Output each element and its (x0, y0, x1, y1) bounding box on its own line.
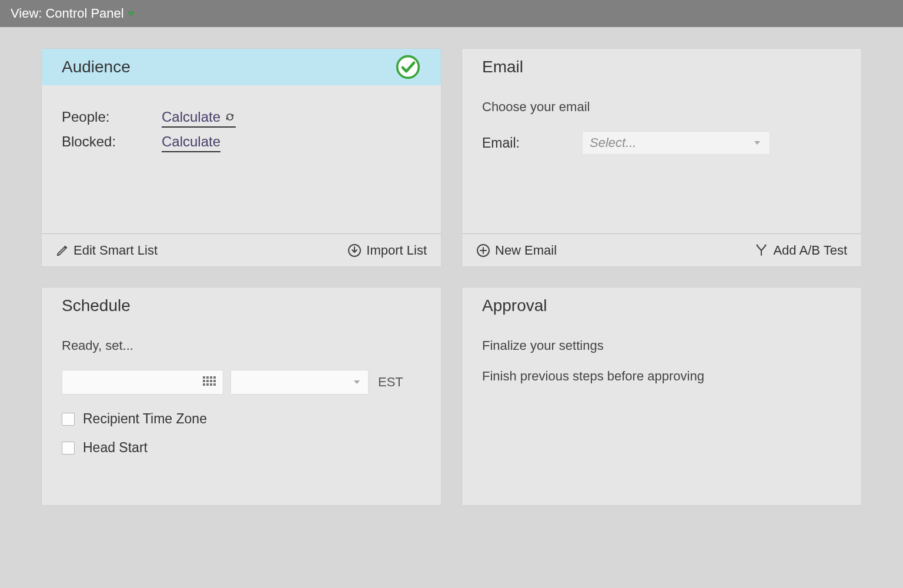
approval-header: Approval (462, 288, 861, 324)
view-switch[interactable]: Control Panel (45, 6, 134, 21)
approval-subtitle: Finalize your settings (482, 338, 841, 353)
content-grid: Audience People: Calculate (0, 27, 903, 527)
approval-instruction: Finish previous steps before approving (482, 369, 841, 384)
email-field-row: Email: Select... (482, 131, 841, 155)
email-footer: New Email Add A/B Test (462, 233, 861, 266)
schedule-title: Schedule (62, 296, 131, 315)
view-name: Control Panel (45, 6, 123, 21)
calculate-people-text: Calculate (162, 109, 220, 125)
pencil-icon (56, 244, 69, 257)
schedule-subtitle: Ready, set... (62, 338, 421, 353)
schedule-body: Ready, set... EST (42, 324, 441, 505)
calculate-people-link[interactable]: Calculate (162, 109, 236, 128)
edit-smart-list-label: Edit Smart List (73, 243, 158, 258)
chevron-down-icon (353, 379, 361, 385)
email-subtitle: Choose your email (482, 99, 841, 115)
schedule-header: Schedule (42, 288, 441, 324)
audience-title: Audience (62, 58, 131, 76)
head-start-checkbox[interactable] (62, 442, 75, 455)
refresh-icon (224, 112, 236, 122)
recipient-timezone-checkbox[interactable] (62, 413, 75, 426)
audience-blocked-row: Blocked: Calculate (62, 133, 421, 152)
chevron-down-icon (128, 11, 135, 16)
audience-body: People: Calculate Blocked: Calculate (42, 85, 441, 233)
audience-header: Audience (42, 49, 441, 85)
email-panel: Email Choose your email Email: Select... (461, 48, 862, 267)
email-title: Email (482, 58, 523, 76)
svg-marker-3 (754, 141, 760, 145)
email-field-label: Email: (482, 135, 558, 151)
import-icon (347, 243, 362, 258)
audience-panel: Audience People: Calculate (41, 48, 442, 267)
svg-marker-7 (354, 380, 360, 384)
email-select-placeholder: Select... (590, 135, 636, 151)
head-start-label: Head Start (83, 440, 148, 456)
edit-smart-list-button[interactable]: Edit Smart List (56, 243, 158, 258)
audience-blocked-label: Blocked: (62, 133, 162, 150)
split-icon (754, 245, 768, 256)
schedule-controls: EST (62, 370, 421, 395)
add-ab-test-button[interactable]: Add A/B Test (754, 243, 847, 258)
schedule-timezone: EST (378, 375, 403, 390)
view-prefix: View: (11, 6, 42, 21)
audience-people-row: People: Calculate (62, 109, 421, 128)
check-circle-icon (395, 54, 421, 80)
audience-people-label: People: (62, 109, 162, 125)
new-email-label: New Email (495, 243, 557, 258)
new-email-button[interactable]: New Email (476, 243, 557, 258)
head-start-row: Head Start (62, 440, 421, 456)
schedule-date-input[interactable] (62, 370, 223, 395)
recipient-timezone-row: Recipient Time Zone (62, 411, 421, 427)
approval-body: Finalize your settings Finish previous s… (462, 324, 861, 505)
schedule-panel: Schedule Ready, set... (41, 287, 442, 506)
chevron-down-icon (753, 140, 761, 146)
svg-marker-0 (128, 12, 134, 16)
audience-footer: Edit Smart List Import List (42, 233, 441, 266)
approval-panel: Approval Finalize your settings Finish p… (461, 287, 862, 506)
calculate-blocked-text: Calculate (162, 133, 220, 150)
approval-title: Approval (482, 296, 547, 315)
email-body: Choose your email Email: Select... (462, 85, 861, 233)
email-select[interactable]: Select... (582, 131, 770, 155)
top-bar: View: Control Panel (0, 0, 903, 27)
add-ab-test-label: Add A/B Test (773, 243, 847, 258)
schedule-time-select[interactable] (230, 370, 369, 395)
import-list-label: Import List (366, 243, 427, 258)
plus-circle-icon (476, 243, 490, 258)
email-header: Email (462, 49, 861, 85)
calendar-icon (203, 376, 217, 388)
import-list-button[interactable]: Import List (347, 243, 427, 258)
svg-point-1 (397, 56, 419, 78)
recipient-timezone-label: Recipient Time Zone (83, 411, 207, 427)
calculate-blocked-link[interactable]: Calculate (162, 133, 220, 152)
